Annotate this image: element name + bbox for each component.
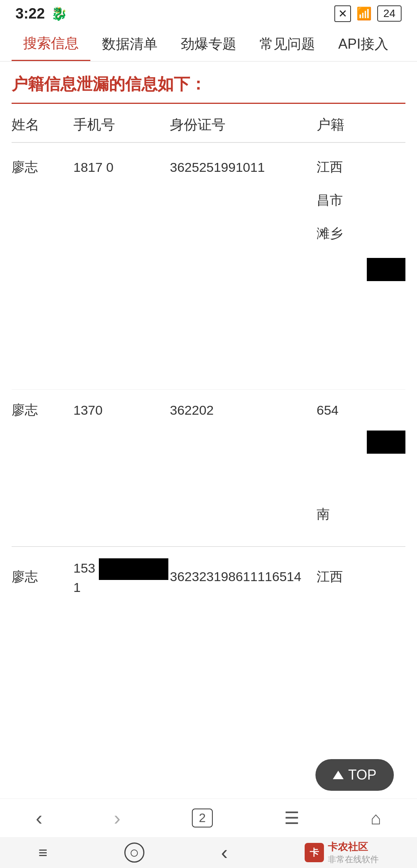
- col-header-id: 身份证号: [170, 115, 317, 134]
- row2-location-extra-text: 南: [317, 505, 405, 523]
- nav-item-api[interactable]: API接入: [327, 27, 400, 61]
- row3-name: 廖志: [12, 568, 73, 586]
- main-content: 户籍信息泄漏的信息如下： 姓名 手机号 身份证号 户籍 廖志 1817 0 36…: [0, 62, 417, 672]
- top-label: TOP: [348, 767, 376, 783]
- table-row: 廖志 153 1 362323198611116514 江西: [12, 547, 405, 672]
- status-icons: ✕ 📶 24: [334, 5, 402, 22]
- back-icon: ‹: [36, 807, 42, 830]
- nav-item-faq[interactable]: 常见问题: [248, 27, 327, 61]
- tab-count: 2: [192, 809, 213, 827]
- row1-phone: 1817 0: [73, 160, 170, 175]
- status-bar: 3:22 🐉 ✕ 📶 24: [0, 0, 417, 27]
- row-1-extra2: 滩乡: [12, 225, 405, 242]
- red-divider: [12, 103, 405, 104]
- sys-back-button[interactable]: ‹: [221, 841, 227, 864]
- nav-home-button[interactable]: ⌂: [371, 808, 381, 829]
- nav-bar: 搜索信息 数据清单 劲爆专题 常见问题 API接入: [0, 27, 417, 62]
- row-3-main: 廖志 153 1 362323198611116514 江西: [12, 558, 405, 595]
- table-row: 廖志 1370 362202 654 南: [12, 390, 405, 547]
- row1-id: 3625251991011: [170, 160, 317, 175]
- nav-tabs-button[interactable]: 2: [192, 809, 213, 827]
- notification-icon: 🐉: [51, 6, 67, 21]
- forward-icon: ›: [114, 807, 120, 830]
- row1-location-extra1: 昌市: [317, 192, 405, 209]
- row-1-extra1: 昌市: [12, 192, 405, 209]
- home-icon: ⌂: [371, 808, 381, 829]
- brand-name: 卡农社区: [328, 840, 379, 854]
- table-header: 姓名 手机号 身份证号 户籍: [12, 115, 405, 143]
- nav-item-data-list[interactable]: 数据清单: [90, 27, 169, 61]
- row2-location-extra: 南: [12, 505, 405, 523]
- redacted-block-2: [367, 431, 405, 454]
- sys-home-icon: ○: [124, 843, 144, 863]
- col-header-phone: 手机号: [73, 115, 170, 134]
- nav-item-search[interactable]: 搜索信息: [12, 27, 90, 61]
- system-nav: ≡ ○ ‹ 卡 卡农社区 非常在线软件: [0, 837, 417, 868]
- sys-home-button[interactable]: ○: [124, 843, 144, 863]
- row2-location: 654: [317, 403, 405, 418]
- table-row: 廖志 1817 0 3625251991011 江西 昌市 滩乡: [12, 147, 405, 390]
- bottom-nav: ‹ › 2 ☰ ⌂: [0, 798, 417, 837]
- nav-forward-button[interactable]: ›: [114, 807, 120, 830]
- sys-menu-button[interactable]: ≡: [38, 844, 47, 861]
- nav-menu-button[interactable]: ☰: [284, 808, 299, 828]
- row1-location: 江西: [317, 158, 405, 176]
- col-header-location: 户籍: [317, 115, 405, 134]
- brand-subtitle: 非常在线软件: [328, 854, 379, 865]
- top-triangle-icon: [333, 771, 344, 779]
- row2-blank-area: 南: [12, 419, 405, 535]
- row-2-main: 廖志 1370 362202 654: [12, 401, 405, 419]
- col-header-name: 姓名: [12, 115, 73, 134]
- brand-logo: 卡 卡农社区 非常在线软件: [305, 840, 379, 865]
- row3-phone: 153 1: [73, 558, 170, 595]
- top-button[interactable]: TOP: [315, 759, 394, 791]
- sim-icon: ✕: [334, 5, 351, 22]
- row1-location-extra2: 滩乡: [317, 225, 405, 242]
- sys-back-icon: ‹: [221, 841, 227, 864]
- section-title: 户籍信息泄漏的信息如下：: [12, 73, 405, 95]
- row2-id: 362202: [170, 403, 317, 418]
- row2-phone: 1370: [73, 403, 170, 418]
- row1-name: 廖志: [12, 158, 73, 176]
- row2-name: 廖志: [12, 401, 73, 419]
- status-time: 3:22: [15, 5, 45, 22]
- menu-icon: ☰: [284, 808, 299, 828]
- wifi-icon: 📶: [356, 6, 372, 21]
- brand-icon: 卡: [305, 843, 324, 862]
- nav-item-hot-topic[interactable]: 劲爆专题: [169, 27, 248, 61]
- battery-indicator: 24: [377, 5, 402, 22]
- nav-back-button[interactable]: ‹: [36, 807, 42, 830]
- redacted-inline-phone: [99, 558, 168, 580]
- row3-location: 江西: [317, 568, 405, 586]
- row3-id: 362323198611116514: [170, 569, 317, 584]
- sys-menu-icon: ≡: [38, 844, 47, 861]
- row1-blank-area: [12, 242, 405, 378]
- row-1-main: 廖志 1817 0 3625251991011 江西: [12, 158, 405, 176]
- redacted-block-1: [367, 258, 405, 281]
